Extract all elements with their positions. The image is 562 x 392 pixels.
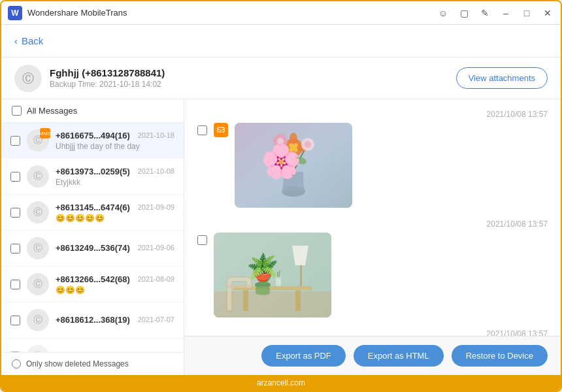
contact-item-info: +8616675...494(16) 2021-10-18 Uhbjjj the… (56, 131, 174, 151)
message-image-flowers (235, 123, 352, 208)
contact-item-date: 2021-08-09 (138, 275, 174, 283)
contact-item-info: +8613266...542(68) 2021-08-09 😊😊😊 (56, 274, 174, 295)
list-item[interactable]: Ⓒ +8613266...542(68) 2021-08-09 😊😊😊 (1, 267, 184, 302)
back-arrow-icon: ‹ (14, 35, 18, 46)
contact-item-preview: 😊😊😊😊😊 (56, 214, 174, 223)
all-messages-checkbox[interactable] (12, 106, 22, 116)
app-title: Wondershare MobileTrans (27, 8, 437, 18)
svg-point-14 (277, 138, 284, 144)
contact-item-preview: 😊😊😊 (56, 286, 174, 295)
svg-point-16 (305, 141, 311, 148)
list-item[interactable]: Ⓒ +8618612...368(19) 2021-07-07 (1, 302, 184, 338)
message-checkbox[interactable] (197, 125, 207, 135)
svg-line-34 (279, 270, 280, 277)
avatar: Ⓒ (27, 273, 49, 295)
avatar-person-icon: Ⓒ (22, 71, 34, 86)
list-item[interactable]: Ⓒ +8618688...120(42) 2020-11-12 (1, 338, 184, 352)
person-icon: Ⓒ (33, 171, 42, 182)
message-timestamp: 2021/10/08 13:57 (197, 220, 548, 229)
titlebar: W Wondershare MobileTrans ☺ ▢ ✎ – □ ✕ (1, 1, 561, 25)
account-icon[interactable]: ☺ (437, 7, 450, 20)
deleted-only-label: Only show deleted Messages (26, 359, 129, 368)
back-label: Back (22, 35, 43, 46)
export-pdf-button[interactable]: Export as PDF (261, 345, 346, 367)
contact-checkbox[interactable] (10, 351, 20, 353)
mms-message-icon (214, 123, 228, 137)
svg-point-11 (278, 144, 290, 152)
deleted-only-radio[interactable] (12, 359, 21, 368)
contact-item-preview: Uhbjjj the day of the day (56, 142, 174, 151)
svg-point-10 (289, 151, 297, 163)
message-group: 2021/10/08 13:57 (197, 220, 548, 318)
avatar: Ⓒ MMS (27, 129, 49, 152)
list-item[interactable]: Ⓒ MMS +8616675...494(16) 2021-10-18 Uhbj… (1, 123, 184, 159)
close-icon[interactable]: ✕ (541, 7, 554, 20)
svg-rect-35 (227, 285, 252, 288)
contact-item-preview: Etyjkkk (56, 178, 174, 187)
message-image-room (214, 233, 331, 318)
sidebar: All Messages Ⓒ MMS +8616675...494(16) 20… (1, 99, 184, 375)
svg-line-6 (284, 155, 293, 172)
avatar: Ⓒ (27, 201, 49, 223)
restore-to-device-button[interactable]: Restore to Device (452, 345, 548, 367)
watermark: arzancell.com (1, 375, 561, 391)
svg-point-17 (280, 154, 292, 165)
contact-checkbox[interactable] (10, 316, 20, 325)
svg-point-30 (251, 265, 265, 283)
svg-rect-31 (276, 277, 281, 286)
person-icon: Ⓒ (33, 314, 42, 326)
svg-point-29 (261, 264, 273, 282)
avatar: Ⓒ (27, 165, 49, 188)
window-icon[interactable]: ▢ (457, 7, 471, 20)
deleted-only-row: Only show deleted Messages (1, 352, 184, 375)
back-button[interactable]: ‹ Back (14, 35, 43, 46)
message-row (197, 123, 548, 208)
contact-checkbox[interactable] (10, 136, 20, 146)
list-item[interactable]: Ⓒ +8613145...6474(6) 2021-09-09 😊😊😊😊😊 (1, 195, 184, 231)
svg-point-8 (288, 142, 299, 153)
message-timestamp: 2021/10/08 13:57 (197, 329, 548, 336)
message-row (197, 233, 548, 318)
window-controls: ☺ ▢ ✎ – □ ✕ (437, 7, 554, 20)
message-group: 2021/10/08 13:57 (197, 329, 548, 336)
export-html-button[interactable]: Export as HTML (354, 345, 444, 367)
all-messages-row: All Messages (1, 99, 184, 123)
contact-details: Fghhjj (+8613128788841) Backup Time: 202… (50, 67, 165, 89)
list-item[interactable]: Ⓒ +8613973...0259(5) 2021-10-08 Etyjkkk (1, 159, 184, 195)
contact-item-name: +8613249...536(74) (56, 243, 130, 253)
contact-checkbox[interactable] (10, 244, 20, 253)
svg-rect-0 (218, 127, 224, 132)
message-group: 2021/10/08 13:57 (197, 110, 548, 208)
contact-checkbox[interactable] (10, 172, 20, 182)
person-icon: Ⓒ (33, 242, 42, 254)
footer: Export as PDF Export as HTML Restore to … (184, 336, 561, 375)
contact-item-name: +8618612...368(19) (56, 315, 130, 325)
contact-item-info: +8613973...0259(5) 2021-10-08 Etyjkkk (56, 167, 174, 187)
view-attachments-button[interactable]: View attachments (456, 67, 548, 89)
contact-list: Ⓒ MMS +8616675...494(16) 2021-10-18 Uhbj… (1, 123, 184, 352)
list-item[interactable]: Ⓒ +8613249...536(74) 2021-09-06 (1, 231, 184, 267)
svg-line-4 (280, 142, 293, 172)
contact-checkbox[interactable] (10, 208, 20, 218)
message-checkbox[interactable] (197, 235, 207, 245)
minimize-icon[interactable]: – (499, 7, 512, 20)
person-icon: Ⓒ (33, 278, 42, 290)
contact-checkbox[interactable] (10, 280, 20, 289)
all-messages-label: All Messages (27, 106, 77, 116)
contact-bar: Ⓒ Fghhjj (+8613128788841) Backup Time: 2… (1, 57, 561, 99)
contact-item-date: 2021-07-07 (138, 316, 174, 323)
chat-area: 2021/10/08 13:57 (184, 99, 561, 375)
edit-icon[interactable]: ✎ (478, 7, 491, 20)
contact-item-name: +8613145...6474(6) (56, 203, 130, 212)
svg-rect-26 (300, 265, 302, 286)
maximize-icon[interactable]: □ (520, 7, 533, 20)
contact-item-info: +8618688...120(42) 2020-11-12 (56, 351, 174, 353)
contact-item-date: 2021-10-08 (138, 167, 174, 175)
svg-rect-24 (295, 290, 301, 311)
svg-point-9 (289, 133, 297, 144)
contact-item-date: 2021-10-18 (138, 131, 174, 139)
header-bar: ‹ Back (1, 25, 561, 57)
avatar: Ⓒ (27, 237, 49, 259)
chat-messages: 2021/10/08 13:57 (184, 99, 561, 336)
app-logo: W (8, 6, 22, 20)
